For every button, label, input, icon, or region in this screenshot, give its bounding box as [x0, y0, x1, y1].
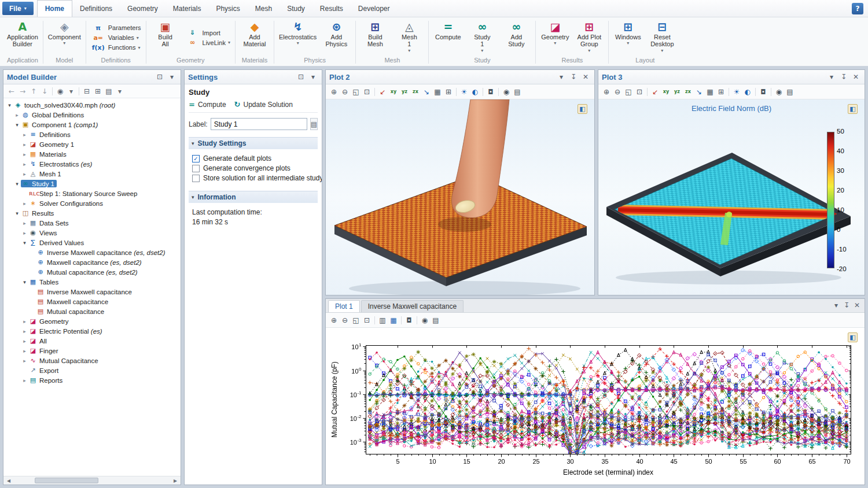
compute-button[interactable]: = Compute — [432, 19, 464, 41]
tree-expander-icon[interactable]: ▾ — [6, 102, 13, 108]
scrollbar-right-icon[interactable]: ▸ — [170, 475, 181, 486]
view-yz-icon[interactable]: yz — [399, 87, 410, 97]
view-zx-icon[interactable]: zx — [683, 87, 693, 97]
zoom-out-icon[interactable]: ⊖ — [340, 87, 350, 97]
panel-pin-icon[interactable]: ↧ — [838, 72, 849, 82]
reset-desktop-button[interactable]: ⊟ Reset Desktop ▾ — [646, 19, 678, 54]
tree-options-icon[interactable]: ▤ — [104, 86, 114, 97]
variables-button[interactable]: a= Variables ▾ — [89, 34, 143, 42]
panel-float-icon[interactable]: ⊡ — [296, 72, 306, 82]
panel-menu-icon[interactable]: ▾ — [556, 72, 567, 82]
tree-item[interactable]: ▸∗Solver Configurations — [3, 198, 181, 208]
tree-expander-icon[interactable]: ▸ — [21, 132, 28, 138]
tree-item[interactable]: ▾∑Derived Values — [3, 238, 181, 247]
tree-item[interactable]: ▤Maxwell capacitance — [3, 297, 181, 306]
tree-item[interactable]: ⊕Mutual capacitance (es, dset2) — [3, 267, 181, 277]
add-plot-group-button[interactable]: ⊞ Add Plot Group ▾ — [573, 19, 605, 54]
checkbox-generate-default-plots[interactable]: ✓ Generate default plots — [192, 154, 317, 162]
show-icon[interactable]: ◉ — [55, 86, 65, 97]
tree-expander-icon[interactable]: ▸ — [21, 319, 28, 324]
view-iso-icon[interactable]: ↘ — [694, 87, 704, 97]
import-button[interactable]: ⇓ Import — [183, 28, 232, 37]
tree-item[interactable]: ▸◬Mesh 1 — [3, 169, 181, 179]
add-study-button[interactable]: ∞ Add Study — [500, 19, 532, 49]
update-solution-button[interactable]: ↻ Update Solution — [234, 100, 293, 109]
table-data-icon[interactable]: ▦ — [388, 315, 399, 326]
zoom-box-icon[interactable]: ◱ — [351, 87, 361, 97]
help-button[interactable]: ? — [852, 3, 863, 14]
transparency-icon[interactable]: ◐ — [742, 87, 753, 97]
tree-item[interactable]: ▸↯Electrostatics (es) — [3, 159, 181, 169]
windows-button[interactable]: ⊞ Windows ▾ — [612, 19, 644, 46]
model-builder-hscrollbar[interactable]: ◂ ▸ — [3, 476, 181, 485]
print-icon[interactable]: ▤ — [785, 87, 795, 97]
tree-expander-icon[interactable]: ▸ — [21, 338, 28, 344]
tree-expander-icon[interactable]: ▸ — [21, 142, 28, 147]
zoom-box-icon[interactable]: ◱ — [351, 315, 361, 326]
move-up-icon[interactable]: ↑ — [28, 86, 39, 97]
camera-icon[interactable]: ◉ — [774, 87, 784, 97]
scrollbar-thumb[interactable] — [35, 478, 98, 483]
menu-tab-study[interactable]: Study — [279, 0, 312, 17]
menu-tab-home[interactable]: Home — [37, 0, 72, 17]
zoom-in-icon[interactable]: ⊕ — [329, 315, 339, 326]
zoom-out-icon[interactable]: ⊖ — [612, 87, 623, 97]
grid-icon[interactable]: ▦ — [705, 87, 715, 97]
scrollbar-left-icon[interactable]: ◂ — [3, 475, 14, 486]
tree-expander-icon[interactable]: ▸ — [21, 378, 28, 383]
tree-item[interactable]: ▸▦Data Sets — [3, 218, 181, 228]
file-menu-button[interactable]: File ▾ — [2, 2, 34, 15]
tree-expander-icon[interactable]: ▸ — [21, 171, 28, 177]
tree-item[interactable]: ⊕Inverse Maxwell capacitance (es, dset2) — [3, 247, 181, 257]
tree-item[interactable]: ʀʟᴄStep 1: Stationary Source Sweep — [3, 188, 181, 198]
view-iso-icon[interactable]: ↘ — [421, 87, 432, 97]
plot3-view[interactable]: Electric Field Norm (dB) 50403020100-10-… — [598, 99, 865, 295]
tree-item[interactable]: ▸◪Geometry 1 — [3, 139, 181, 149]
zoom-in-icon[interactable]: ⊕ — [601, 87, 612, 97]
tree-expander-icon[interactable]: ▸ — [21, 358, 28, 364]
panel-close-icon[interactable]: ✕ — [852, 300, 862, 310]
compute-button[interactable]: = Compute — [189, 100, 226, 109]
tree-item[interactable]: ▸▤Reports — [3, 375, 181, 385]
tree-expander-icon[interactable]: ▸ — [13, 112, 21, 118]
go-default-view-icon[interactable]: ↙ — [650, 87, 660, 97]
panel-close-icon[interactable]: ✕ — [851, 72, 861, 82]
mesh-1-button[interactable]: ◬ Mesh 1 ▾ — [393, 19, 425, 54]
tree-expander-icon[interactable]: ▾ — [13, 122, 21, 128]
expand-all-icon[interactable]: ⊞ — [93, 86, 103, 97]
print-icon[interactable]: ▤ — [431, 315, 441, 326]
move-down-icon[interactable]: ↓ — [39, 86, 50, 97]
tree-item[interactable]: ▸◪Finger — [3, 346, 181, 356]
tree-item[interactable]: ▸≡Definitions — [3, 130, 181, 139]
plot-table-icon[interactable]: ⊞ — [443, 87, 454, 97]
plot-geometry-button[interactable]: ◪ Geometry ▾ — [539, 19, 571, 46]
menu-tab-mesh[interactable]: Mesh — [248, 0, 279, 17]
tab-inverse-maxwell-capacitance[interactable]: Inverse Maxwell capacitance — [361, 300, 464, 312]
information-section-header[interactable]: ▾ Information — [189, 191, 318, 203]
tree-expander-icon[interactable]: ▸ — [21, 220, 28, 226]
tree-expander-icon[interactable]: ▾ — [13, 210, 21, 216]
grid-icon[interactable]: ▦ — [432, 87, 443, 97]
view-zx-icon[interactable]: zx — [410, 87, 421, 97]
tree-item[interactable]: ▸▦Materials — [3, 149, 181, 159]
panel-menu-icon[interactable]: ▾ — [308, 72, 318, 82]
dataset-selector-icon[interactable]: ◧ — [848, 104, 858, 114]
tree-item[interactable]: ▾▦Tables — [3, 277, 181, 287]
plot1-view[interactable]: ◧ — [326, 328, 865, 485]
tab-plot1[interactable]: Plot 1 — [328, 300, 360, 312]
label-input[interactable] — [211, 118, 307, 130]
panel-close-icon[interactable]: ✕ — [580, 72, 591, 82]
tree-expander-icon[interactable]: ▸ — [21, 328, 28, 334]
zoom-out-icon[interactable]: ⊖ — [340, 315, 350, 326]
menu-tab-results[interactable]: Results — [312, 0, 351, 17]
tree-item[interactable]: ▾◫Results — [3, 208, 181, 218]
lock-icon[interactable]: ◘ — [404, 315, 414, 326]
panel-float-icon[interactable]: ⊡ — [155, 72, 165, 82]
tree-expander-icon[interactable]: ▾ — [21, 279, 28, 285]
lock-icon[interactable]: ◘ — [758, 87, 768, 97]
chevron-down-icon[interactable]: ▾ — [66, 86, 76, 97]
menu-tab-physics[interactable]: Physics — [208, 0, 247, 17]
camera-icon[interactable]: ◉ — [501, 87, 512, 97]
transparency-icon[interactable]: ◐ — [470, 87, 480, 97]
checkbox-generate-convergence-plots[interactable]: Generate convergence plots — [192, 164, 317, 172]
